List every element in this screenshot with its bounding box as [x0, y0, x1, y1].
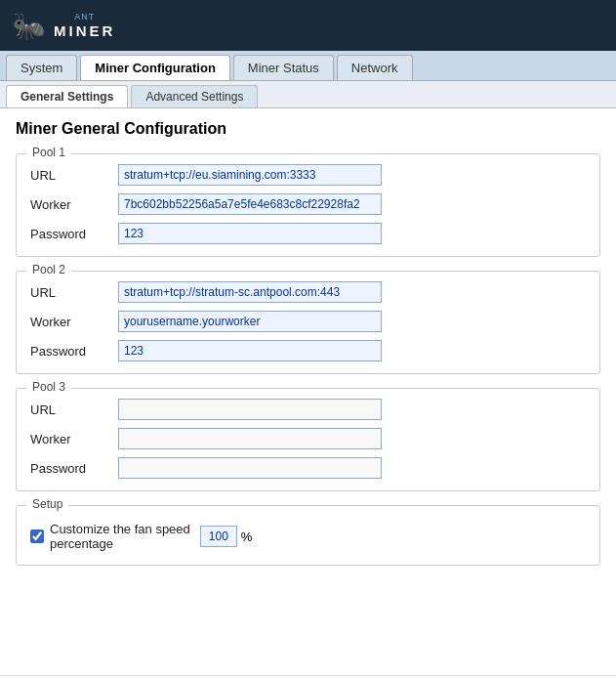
pool-1-url-row: URL — [30, 164, 586, 186]
pool-3-url-input[interactable] — [118, 399, 382, 420]
percent-label: % — [241, 530, 253, 544]
pool-1-legend: Pool 1 — [26, 146, 71, 159]
tab-advanced-settings[interactable]: Advanced Settings — [131, 85, 258, 107]
header: 🐜 ANT MINER — [0, 0, 616, 51]
setup-legend: Setup — [26, 497, 68, 511]
pool-3-legend: Pool 3 — [26, 380, 71, 394]
pool-3-password-label: Password — [30, 461, 118, 476]
pool-3-section: Pool 3 URL Worker Password — [16, 388, 600, 491]
antminer-logo-icon: 🐜 — [12, 10, 46, 42]
tab-system[interactable]: System — [6, 55, 77, 80]
pool-2-legend: Pool 2 — [26, 263, 71, 276]
pool-2-password-input[interactable] — [118, 340, 382, 361]
setup-section: Setup Customize the fan speedpercentage … — [16, 505, 600, 566]
logo-area: 🐜 ANT MINER — [12, 10, 115, 42]
tab-miner-status[interactable]: Miner Status — [233, 55, 334, 80]
fan-speed-checkbox[interactable] — [30, 530, 44, 543]
pool-1-url-input[interactable] — [118, 164, 382, 186]
pool-3-url-row: URL — [30, 399, 586, 420]
pool-2-url-input[interactable] — [118, 281, 382, 303]
page-title: Miner General Configuration — [16, 120, 600, 138]
pool-3-password-row: Password — [30, 457, 586, 479]
content-area: Miner General Configuration Pool 1 URL W… — [0, 108, 616, 675]
pool-1-password-input[interactable] — [118, 223, 382, 244]
pool-2-url-row: URL — [30, 281, 586, 303]
fan-speed-row: Customize the fan speedpercentage % — [30, 522, 586, 551]
pool-2-url-label: URL — [30, 285, 118, 300]
pool-2-password-row: Password — [30, 340, 586, 361]
pool-3-worker-input[interactable] — [118, 428, 382, 449]
pool-1-section: Pool 1 URL Worker Password — [16, 153, 600, 257]
pool-1-password-row: Password — [30, 223, 586, 244]
pool-2-worker-row: Worker — [30, 311, 586, 332]
pool-2-password-label: Password — [30, 344, 118, 359]
main-tab-bar: System Miner Configuration Miner Status … — [0, 51, 616, 81]
miner-label: MINER — [54, 22, 115, 39]
tab-miner-configuration[interactable]: Miner Configuration — [80, 55, 230, 80]
pool-1-worker-label: Worker — [30, 197, 118, 212]
tab-general-settings[interactable]: General Settings — [6, 85, 128, 107]
tab-network[interactable]: Network — [337, 55, 413, 80]
pool-3-password-input[interactable] — [118, 457, 382, 479]
pool-1-url-label: URL — [30, 168, 118, 183]
pool-3-url-label: URL — [30, 403, 118, 417]
pool-1-worker-row: Worker — [30, 193, 586, 215]
fan-speed-label: Customize the fan speedpercentage — [50, 522, 190, 551]
sub-tab-bar: General Settings Advanced Settings — [0, 81, 616, 108]
fan-speed-input[interactable] — [200, 526, 237, 547]
logo-text-area: ANT MINER — [54, 12, 115, 39]
pool-3-worker-row: Worker — [30, 428, 586, 449]
pool-2-worker-label: Worker — [30, 315, 118, 329]
pool-1-password-label: Password — [30, 227, 118, 241]
pool-2-worker-input[interactable] — [118, 311, 382, 332]
pool-3-worker-label: Worker — [30, 432, 118, 446]
pool-2-section: Pool 2 URL Worker Password — [16, 271, 600, 374]
ant-label: ANT — [74, 12, 95, 21]
pool-1-worker-input[interactable] — [118, 193, 382, 215]
